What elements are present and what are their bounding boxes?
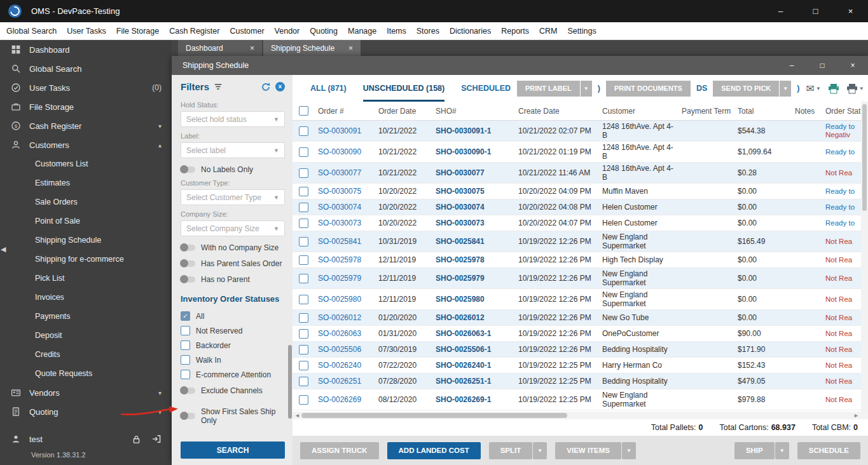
column-header[interactable]: Customer [602, 107, 682, 116]
status-checkbox-row[interactable]: ✓All [181, 311, 285, 321]
hold-status-select[interactable]: Select hold status ▼ [181, 111, 285, 127]
sidebar-subitem[interactable]: Quote Requests [0, 364, 172, 383]
menu-item[interactable]: Customer [224, 27, 269, 36]
logout-icon[interactable] [151, 434, 162, 445]
sho-number-link[interactable]: SHO-0025980 [436, 295, 518, 304]
table-row[interactable]: SO-002597912/11/2019SHO-002597910/19/202… [293, 268, 868, 289]
menu-item[interactable]: Settings [562, 27, 601, 36]
exclude-channels-toggle-row[interactable]: Exclude Channels [181, 386, 285, 395]
menu-item[interactable]: User Tasks [62, 27, 111, 36]
email-icon[interactable]: ✉▼ [806, 83, 820, 95]
sidebar-item-file-storage[interactable]: File Storage [0, 97, 172, 116]
assign-truck-button[interactable]: ASSIGN TRUCK [300, 442, 379, 459]
search-button[interactable]: SEARCH [181, 441, 285, 459]
restore-icon[interactable]: □ [807, 56, 837, 75]
no-company-size-toggle-row[interactable]: With no Company Size [181, 243, 285, 252]
filters-scrollbar[interactable] [288, 345, 292, 419]
menu-item[interactable]: Reports [496, 27, 534, 36]
order-number-link[interactable]: SO-0025980 [318, 295, 378, 304]
menu-item[interactable]: Manage [343, 27, 382, 36]
sho-number-link[interactable]: SHO-0030074 [436, 203, 518, 212]
row-checkbox[interactable] [299, 237, 308, 246]
no-parent-toggle-row[interactable]: Has no Parent [181, 275, 285, 284]
order-number-link[interactable]: SO-0026240 [318, 361, 378, 370]
sho-number-link[interactable]: SHO-0026063-1 [436, 329, 518, 338]
sidebar-subitem[interactable]: Sale Orders [0, 192, 172, 212]
column-header[interactable]: Order # [318, 107, 378, 116]
order-number-link[interactable]: SO-0030073 [318, 219, 378, 227]
status-checkbox-row[interactable]: Not Reserved [181, 326, 285, 335]
order-number-link[interactable]: SO-0030074 [318, 203, 378, 212]
row-checkbox[interactable] [299, 395, 308, 405]
first-sales-toggle-row[interactable]: Show First Sales Ship Only [181, 407, 285, 425]
table-row[interactable]: SO-003007310/20/2022SHO-003007310/20/202… [293, 215, 868, 231]
sho-number-link[interactable]: SHO-0030091-1 [436, 126, 518, 135]
column-header[interactable]: SHO# [436, 107, 518, 116]
column-header[interactable]: Order Date [378, 107, 436, 116]
sidebar-item-cash-register[interactable]: $ Cash Register ▾ [0, 116, 172, 135]
sidebar-subitem[interactable]: Estimates [0, 173, 172, 192]
table-row[interactable]: SO-003007510/20/2022SHO-003007510/20/202… [293, 184, 868, 199]
table-row[interactable]: SO-003007710/21/2022SHO-003007710/21/202… [293, 163, 868, 184]
status-checkbox-row[interactable]: E-commerce Attention [181, 370, 285, 379]
schedule-button[interactable]: SCHEDULE [797, 442, 860, 459]
sho-number-link[interactable]: SHO-0026269-1 [436, 395, 518, 404]
close-tab-icon[interactable]: × [334, 44, 353, 53]
sidebar-subitem[interactable]: Pick List [0, 269, 172, 288]
sidebar-item-user-tasks[interactable]: User Tasks (0) [0, 78, 172, 97]
order-number-link[interactable]: SO-0026063 [318, 329, 378, 338]
view-items-dropdown[interactable]: ▼ [622, 442, 636, 459]
row-checkbox[interactable] [299, 147, 308, 157]
tab-shipping-schedule[interactable]: Shipping Schedule × [263, 40, 361, 56]
toggle-off-icon[interactable] [181, 166, 195, 173]
sidebar-subitem[interactable]: Payments [0, 307, 172, 326]
sidebar-subitem[interactable]: Point of Sale [0, 212, 172, 231]
minimize-icon[interactable]: – [776, 56, 807, 75]
sho-number-link[interactable]: SHO-0025979 [436, 274, 518, 283]
order-number-link[interactable]: SO-0026251 [318, 377, 378, 386]
sidebar-subitem[interactable]: Invoices [0, 288, 172, 307]
menu-item[interactable]: Items [382, 27, 411, 36]
select-all-checkbox[interactable] [293, 106, 318, 116]
split-button[interactable]: SPLIT [489, 442, 533, 459]
sho-number-link[interactable]: SHO-0030090-1 [436, 147, 518, 156]
sidebar-item-vendors[interactable]: Vendors ▾ [0, 383, 172, 402]
sho-number-link[interactable]: SHO-0025506-1 [436, 345, 518, 354]
order-number-link[interactable]: SO-0030075 [318, 187, 378, 196]
sidebar-subitem[interactable]: Shipping Schedule [0, 231, 172, 250]
column-header[interactable]: Create Date [518, 107, 602, 116]
sidebar-item-global-search[interactable]: Global Search [0, 59, 172, 78]
table-row[interactable]: SO-003007410/20/2022SHO-003007410/20/202… [293, 199, 868, 215]
row-checkbox[interactable] [299, 313, 308, 323]
table-row[interactable]: SO-002625107/28/2020SHO-0026251-110/19/2… [293, 374, 868, 389]
table-row[interactable]: SO-002606301/31/2020SHO-0026063-110/19/2… [293, 326, 868, 342]
row-checkbox[interactable] [299, 295, 308, 304]
table-row[interactable]: SO-002584110/31/2019SHO-002584110/19/202… [293, 231, 868, 252]
table-row[interactable]: SO-002601201/20/2020SHO-002601210/19/202… [293, 310, 868, 326]
table-row[interactable]: SO-003009010/21/2022SHO-0030090-110/21/2… [293, 142, 868, 163]
company-size-select[interactable]: Select Company Size ▼ [181, 220, 285, 236]
batch-print-icon[interactable] [827, 83, 839, 94]
menu-item[interactable]: Vendor [270, 27, 305, 36]
no-labels-toggle-row[interactable]: No Labels Only [181, 165, 285, 174]
row-checkbox[interactable] [299, 274, 308, 283]
row-checkbox[interactable] [299, 329, 308, 339]
split-dropdown[interactable]: ▼ [533, 442, 547, 459]
table-row[interactable]: SO-003009110/21/2022SHO-0030091-110/21/2… [293, 121, 868, 142]
sidebar-subitem[interactable]: Shipping for e-commerce [0, 250, 172, 269]
checkbox-icon[interactable] [181, 326, 190, 335]
ship-dropdown[interactable]: ▼ [775, 442, 789, 459]
sidebar-collapse-arrow[interactable]: ◀ [1, 245, 6, 253]
row-checkbox[interactable] [299, 168, 308, 178]
row-checkbox[interactable] [299, 219, 308, 228]
sidebar-subitem[interactable]: Customers List [0, 154, 172, 173]
restore-icon[interactable]: □ [798, 0, 833, 22]
scroll-right-icon[interactable]: ► [853, 412, 859, 419]
menu-item[interactable]: Stores [411, 27, 444, 36]
order-number-link[interactable]: SO-0025979 [318, 274, 378, 283]
table-row[interactable]: SO-002626908/12/2020SHO-0026269-110/19/2… [293, 389, 868, 410]
sho-number-link[interactable]: SHO-0026240-1 [436, 361, 518, 370]
menu-item[interactable]: Dictionaries [444, 27, 496, 36]
toggle-off-icon[interactable] [181, 413, 195, 419]
print-label-button[interactable]: PRINT LABEL [517, 81, 580, 97]
